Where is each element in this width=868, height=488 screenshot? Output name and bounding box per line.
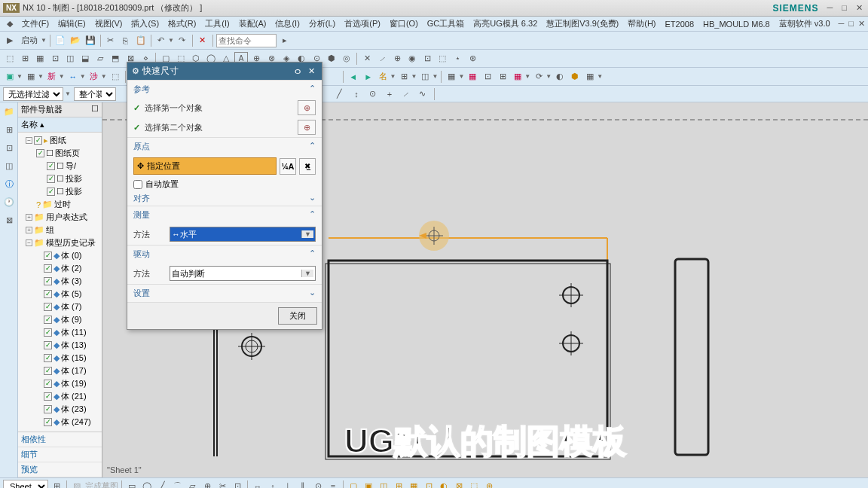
select-first-object[interactable]: ✓ 选择第一个对象 ⊕ <box>127 98 322 117</box>
bt-12[interactable]: ∥ <box>296 480 310 489</box>
snap-6[interactable]: ∿ <box>416 87 429 101</box>
tree-body[interactable]: ✓◆体 (2) <box>20 262 100 275</box>
t3-new[interactable]: 新 <box>45 70 59 84</box>
bt-15[interactable]: ▢ <box>347 480 360 489</box>
tree-outdated[interactable]: ?📁过时 <box>20 198 100 211</box>
snap-2[interactable]: ↕ <box>350 87 363 101</box>
t2-26[interactable]: ◉ <box>405 52 419 66</box>
bt-1[interactable]: ▭ <box>125 480 139 489</box>
rb-navigator-icon[interactable]: 📁 <box>1 103 17 120</box>
t3-14[interactable]: ⟳ <box>532 70 546 84</box>
bt-16[interactable]: ▣ <box>362 480 375 489</box>
nav-preview[interactable]: 预览 <box>18 462 102 477</box>
section-drive[interactable]: 驱动⌃ <box>127 245 322 263</box>
tree-body[interactable]: ✓◆体 (9) <box>20 313 100 326</box>
t2-1[interactable]: ⬚ <box>3 52 17 66</box>
dialog-reset-icon[interactable]: ѻ <box>292 66 303 76</box>
menu-file[interactable]: 文件(F) <box>18 17 53 31</box>
bt-5[interactable]: ▱ <box>185 480 199 489</box>
t3-fwd[interactable]: ► <box>362 70 375 84</box>
t2-3[interactable]: ▦ <box>33 52 47 66</box>
t2-8[interactable]: ⬒ <box>108 52 122 66</box>
menu-et2008[interactable]: ET2008 <box>662 18 698 30</box>
snap-1[interactable]: ╱ <box>333 87 347 101</box>
bt-8[interactable]: ⊡ <box>231 480 244 489</box>
new-icon[interactable]: 📄 <box>53 34 67 47</box>
snap-5[interactable]: ⟋ <box>399 87 413 101</box>
t3-7[interactable]: ⊞ <box>398 70 411 84</box>
t2-25[interactable]: ⊕ <box>390 52 404 66</box>
tree-body[interactable]: ✓◆体 (247) <box>20 416 100 429</box>
target-2-icon[interactable]: ⊕ <box>298 120 316 135</box>
tree-body[interactable]: ✓◆体 (23) <box>20 403 100 416</box>
t3-5[interactable]: ⬚ <box>108 70 122 84</box>
t3-6[interactable]: 名 <box>377 70 390 84</box>
target-1-icon[interactable]: ⊕ <box>298 100 316 115</box>
snap-3[interactable]: ⊙ <box>366 87 380 101</box>
bt-4[interactable]: ⌒ <box>170 480 184 489</box>
bt-19[interactable]: ▦ <box>407 480 420 489</box>
menu-insert[interactable]: 插入(S) <box>127 17 163 31</box>
bt-14[interactable]: ≡ <box>326 480 340 489</box>
t3-12[interactable]: ⊞ <box>496 70 509 84</box>
menu-view[interactable]: 视图(V) <box>91 17 127 31</box>
tree-import[interactable]: ✓☐导/ <box>20 160 100 172</box>
menu-help[interactable]: 帮助(H) <box>624 17 659 31</box>
measure-method-select[interactable]: ↔ 水平 ▼ <box>170 227 316 242</box>
bt-9[interactable]: ↔ <box>251 480 264 489</box>
inner-minimize[interactable]: ─ <box>839 19 845 29</box>
bt-18[interactable]: ⊞ <box>392 480 405 489</box>
drive-method-select[interactable]: 自动判断 ▼ <box>170 266 316 281</box>
specify-location-field[interactable]: ✥ 指定位置 <box>133 157 277 175</box>
menu-hbmould[interactable]: HB_MOULD M6.8 <box>699 18 774 30</box>
t3-11[interactable]: ⊡ <box>481 70 494 84</box>
t3-4[interactable]: 涉 <box>87 70 101 84</box>
save-icon[interactable]: 💾 <box>84 34 97 47</box>
section-reference[interactable]: 参考⌃ <box>127 80 322 98</box>
tree-body[interactable]: ✓◆体 (21) <box>20 390 100 403</box>
sheet-nav[interactable]: ⊞ <box>50 480 63 489</box>
select-second-object[interactable]: ✓ 选择第二个对象 ⊕ <box>127 117 322 137</box>
maximize-button[interactable]: □ <box>839 3 849 13</box>
tree-drawing-page[interactable]: ✓☐图纸页 <box>20 147 100 160</box>
bt-21[interactable]: ◐ <box>437 480 451 489</box>
rb-roles-icon[interactable]: ⊠ <box>1 212 17 228</box>
menu-edit[interactable]: 编辑(E) <box>54 17 90 31</box>
close-button[interactable]: 关闭 <box>278 307 317 325</box>
snap-4[interactable]: + <box>383 87 396 101</box>
tree-body[interactable]: ✓◆体 (7) <box>20 300 100 313</box>
tree-body[interactable]: ✓◆体 (3) <box>20 275 100 288</box>
minimize-button[interactable]: ─ <box>825 3 836 13</box>
rb-assembly-icon[interactable]: ⊞ <box>1 121 17 138</box>
menu-preferences[interactable]: 首选项(P) <box>341 17 384 31</box>
menu-format[interactable]: 格式(R) <box>164 17 200 31</box>
menu-info[interactable]: 信息(I) <box>271 17 303 31</box>
nav-details[interactable]: 细节 <box>18 447 102 462</box>
section-measure[interactable]: 测量⌃ <box>127 206 322 224</box>
t2-6[interactable]: ⬓ <box>78 52 92 66</box>
tree-body[interactable]: ✓◆体 (15) <box>20 352 100 364</box>
bt-23[interactable]: ⬚ <box>467 480 481 489</box>
selection-filter[interactable]: 无选择过滤器 <box>3 87 63 101</box>
t2-23[interactable]: ✕ <box>360 52 374 66</box>
dropdown-arrow-icon[interactable]: ▼ <box>301 270 313 277</box>
t3-3[interactable]: ↔ <box>66 70 80 84</box>
bt-7[interactable]: ✂ <box>215 480 229 489</box>
t3-back[interactable]: ◄ <box>347 70 360 84</box>
t3-1[interactable]: ▣ <box>3 70 17 84</box>
section-settings[interactable]: 设置⌄ <box>127 284 322 302</box>
nav-col-name[interactable]: 名称 <box>21 120 38 129</box>
rb-history-icon[interactable]: 🕐 <box>1 194 17 210</box>
undo-icon[interactable]: ↶ <box>154 34 168 47</box>
menu-ugmold[interactable]: 高亮UG模具 6.32 <box>469 17 541 31</box>
align-expand[interactable]: 对齐⌄ <box>127 191 322 206</box>
tree-expr[interactable]: +📁用户表达式 <box>20 211 100 224</box>
rb-reuse-icon[interactable]: ◫ <box>1 157 17 174</box>
bt-6[interactable]: ⊕ <box>200 480 214 489</box>
tree-group[interactable]: +📁组 <box>20 224 100 236</box>
bt-3[interactable]: ╱ <box>155 480 169 489</box>
app-icon[interactable]: ◆ <box>3 17 17 31</box>
menu-lanchao[interactable]: 蓝朝软件 v3.0 <box>775 17 834 31</box>
bt-20[interactable]: ⊡ <box>422 480 436 489</box>
delete-icon[interactable]: ✕ <box>196 34 209 47</box>
